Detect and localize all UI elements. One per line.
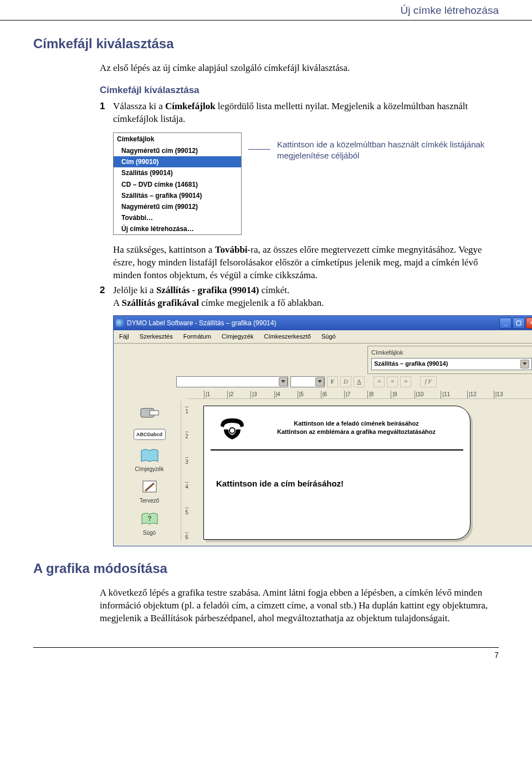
dropdown-figure: Címkefájlok Nagyméretű cím (99012) Cím (…	[113, 132, 242, 236]
window-controls: _ ▢ ×	[499, 318, 532, 329]
app-icon	[116, 319, 124, 327]
maximize-button[interactable]: ▢	[513, 318, 525, 329]
menu-labeleditor[interactable]: Címkeszerkesztő	[260, 331, 315, 342]
svg-point-4	[229, 428, 235, 433]
label-hint-graphic[interactable]: Kattintson az emblémára a grafika megvál…	[259, 428, 453, 436]
font-size-combo[interactable]	[290, 376, 325, 387]
book-icon	[139, 447, 161, 464]
dropdown-item[interactable]: CD – DVD címke (14681)	[114, 179, 241, 190]
document-content: Címkefájl kiválasztása Az első lépés az …	[0, 35, 532, 625]
dropdown-item-selected[interactable]: Cím (99010)	[114, 156, 241, 167]
app-main-row: ABCDabcd Címjegyzék	[114, 401, 532, 546]
vruler-tick: 3	[185, 457, 188, 466]
labelfiles-value: Szállítás – grafika (99014)	[374, 360, 448, 368]
sidebar-item-addressbook[interactable]: Címjegyzék	[120, 447, 178, 473]
app-sidebar: ABCDabcd Címjegyzék	[118, 401, 181, 541]
labelfiles-dropdown[interactable]: Szállítás – grafika (99014)	[371, 358, 532, 370]
chevron-down-icon[interactable]	[520, 360, 529, 368]
labelfiles-group: Címkefájlok Szállítás – grafika (99014)	[367, 346, 532, 374]
bold-button[interactable]: F	[327, 376, 338, 387]
titlebar-left: DYMO Label Software - Szállítás – grafik…	[116, 319, 276, 327]
align-right-button[interactable]: ≡	[400, 376, 411, 387]
menu-addressbook[interactable]: Címjegyzék	[217, 331, 258, 342]
running-header: Új címke létrehozása	[0, 0, 532, 21]
step-number: 1	[100, 100, 113, 126]
font-dialog-button[interactable]: f F	[420, 376, 437, 387]
section1-intro: Az első lépés az új címke alapjául szolg…	[100, 62, 499, 75]
label-canvas: Kattintson ide a feladó címének beírásáh…	[192, 401, 532, 541]
section2-title: A grafika módosítása	[33, 560, 499, 577]
minimize-button[interactable]: _	[499, 318, 511, 329]
ruler-tick: |6	[321, 391, 327, 398]
help-icon: ?	[139, 510, 161, 528]
step-1: 1 Válassza ki a Címkefájlok legördülő li…	[100, 100, 499, 126]
horizontal-ruler: |1 |2 |3 |4 |5 |6 |7 |8 |9 |10 |11 |12 |…	[187, 390, 532, 399]
close-button[interactable]: ×	[526, 318, 532, 329]
labelfiles-group-title: Címkefájlok	[371, 349, 532, 357]
menu-format[interactable]: Formátum	[179, 331, 216, 342]
step-2: 2 Jelölje ki a Szállítás - grafika (9901…	[100, 284, 499, 310]
chevron-down-icon[interactable]	[279, 377, 288, 386]
step2-t2: címkét.	[259, 285, 289, 295]
label-top-hints: Kattintson ide a feladó címének beírásáh…	[259, 419, 453, 436]
phone-icon[interactable]	[217, 414, 247, 444]
underline-button[interactable]: A	[354, 376, 365, 387]
step-1-body: Válassza ki a Címkefájlok legördülő list…	[113, 100, 499, 126]
dropdown-item[interactable]: További…	[114, 212, 241, 223]
dropdown-figure-row: Címkefájlok Nagyméretű cím (99012) Cím (…	[113, 132, 499, 236]
menu-help[interactable]: Súgó	[317, 331, 340, 342]
app-window-screenshot: DYMO Label Software - Szállítás – grafik…	[113, 315, 532, 546]
ruler-tick: |1	[204, 391, 210, 398]
label-preview[interactable]: Kattintson ide a feladó címének beírásáh…	[203, 406, 470, 540]
window-titlebar: DYMO Label Software - Szállítás – grafik…	[114, 316, 532, 330]
svg-text:?: ?	[147, 515, 151, 523]
ruler-tick: |13	[494, 391, 503, 398]
label-address-placeholder[interactable]: Kattintson ide a cím beírásához!	[216, 478, 344, 489]
italic-button[interactable]: D	[340, 376, 351, 387]
align-center-button[interactable]: ≡	[387, 376, 398, 387]
dropdown-item[interactable]: Nagyméretű cím (99012)	[114, 201, 241, 212]
chevron-down-icon[interactable]	[315, 377, 324, 386]
paraA-t1: Ha szükséges, kattintson a	[113, 244, 215, 255]
step-number: 2	[100, 284, 113, 310]
para-after-figure: Ha szükséges, kattintson a További-ra, a…	[113, 244, 499, 282]
vruler-tick: 1	[185, 407, 188, 416]
step2-t3a: A	[113, 298, 122, 308]
label-separator-line	[211, 449, 463, 451]
dropdown-item[interactable]: Szállítás – grafika (99014)	[114, 190, 241, 201]
ruler-tick: |7	[344, 391, 350, 398]
menu-file[interactable]: Fájl	[115, 331, 134, 342]
ruler-tick: |8	[367, 391, 374, 398]
vruler-tick: 5	[185, 508, 188, 516]
dropdown-item[interactable]: Nagyméretű cím (99012)	[114, 145, 241, 156]
sidebar-item-designer[interactable]: Tervező	[120, 478, 178, 505]
step2-t3c: címke megjelenik a fő ablakban.	[199, 298, 324, 308]
dispenser-icon	[139, 405, 161, 422]
horizontal-ruler-row: |1 |2 |3 |4 |5 |6 |7 |8 |9 |10 |11 |12 |…	[114, 390, 532, 401]
menu-edit[interactable]: Szerkesztés	[135, 331, 177, 342]
ruler-tick: |9	[391, 391, 397, 398]
sidebar-label: Súgó	[143, 530, 156, 536]
section1-title: Címkefájl kiválasztása	[33, 35, 499, 53]
callout-leader-line	[248, 149, 270, 155]
vruler-tick: 2	[185, 432, 188, 441]
step2-t3b: Szállítás grafikával	[122, 298, 199, 308]
page-number: 7	[0, 648, 532, 661]
dropdown-item[interactable]: Szállítás (99014)	[114, 167, 241, 178]
dropdown-item[interactable]: Új címke létrehozása…	[114, 223, 241, 234]
sidebar-item-dispenser[interactable]	[120, 405, 178, 423]
ruler-tick: |3	[250, 391, 257, 398]
align-left-button[interactable]: ≡	[374, 376, 385, 387]
label-hint-sender[interactable]: Kattintson ide a feladó címének beírásáh…	[259, 419, 453, 428]
font-family-combo[interactable]	[176, 376, 288, 387]
sidebar-item-abc[interactable]: ABCDabcd	[120, 429, 178, 441]
section2-body: A következő lépés a grafika testre szabá…	[100, 587, 499, 625]
sidebar-label: Címjegyzék	[135, 466, 163, 472]
sidebar-item-help[interactable]: ? Súgó	[120, 510, 178, 537]
step2-b1: Szállítás - grafika (99014)	[156, 285, 259, 295]
page: Új címke létrehozása Címkefájl kiválaszt…	[0, 0, 532, 672]
svg-rect-1	[150, 411, 158, 415]
labelfiles-row: Címkefájlok Szállítás – grafika (99014)	[114, 344, 532, 374]
section1-subhead: Címkefájl kiválasztása	[100, 84, 499, 97]
paraA-b1: További	[215, 244, 248, 255]
